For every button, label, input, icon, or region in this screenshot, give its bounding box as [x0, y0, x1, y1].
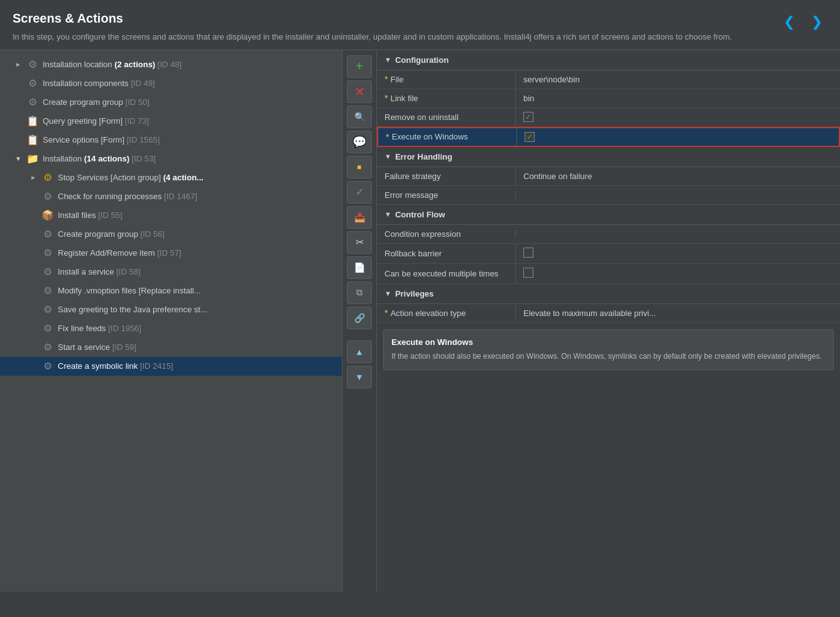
config-row-condition-expression: Condition expression — [377, 225, 840, 244]
config-row-remove-uninstall: Remove on uninstall ✓ — [377, 108, 840, 127]
gear-icon: ⚙ — [41, 341, 54, 354]
required-marker: * — [385, 93, 388, 103]
label-text: File — [390, 75, 403, 84]
folder-gear-icon: ⚙ — [41, 172, 54, 184]
section-header-control-flow: ▼ Control Flow — [377, 205, 840, 225]
action-toolbar: + ✕ 🔍 💬 ▪ ✓ 📥 ✂ 📄 ⧉ 🔗 ▲ ▼ — [342, 50, 377, 592]
section-arrow: ▼ — [385, 153, 391, 160]
label-link-file: * Link file — [377, 89, 515, 107]
page-description: In this step, you configure the screens … — [13, 31, 827, 43]
gear-icon: ⚙ — [26, 58, 39, 71]
expand-arrow: ▼ — [15, 155, 23, 162]
nav-forward-button[interactable]: ❯ — [806, 11, 827, 33]
folder-icon: 📁 — [26, 153, 39, 165]
tree-item-check-running[interactable]: ⚙ Check for running processes [ID 1467] — [0, 187, 342, 206]
tree-item-query-greeting[interactable]: 📋 Query greeting [Form] [ID 73] — [0, 112, 342, 131]
gear-icon: ⚙ — [41, 322, 54, 335]
config-row-execute-windows: * Execute on Windows ✓ — [377, 127, 840, 147]
delete-button[interactable]: ✕ — [347, 80, 372, 103]
tree-item-create-program-group[interactable]: ⚙ Create program group [ID 50] — [0, 93, 342, 112]
gear-icon: ⚙ — [41, 190, 54, 203]
tree-item-fix-line-feeds[interactable]: ⚙ Fix line feeds [ID 1956] — [0, 319, 342, 338]
checkbox-execute-windows[interactable]: ✓ — [525, 132, 535, 142]
value-remove-uninstall[interactable]: ✓ — [515, 108, 840, 126]
value-rollback-barrier[interactable] — [515, 244, 840, 263]
section-title-privileges: Privileges — [395, 289, 434, 298]
tree-item-stop-services[interactable]: ► ⚙ Stop Services [Action group] (4 acti… — [0, 168, 342, 187]
cut-button[interactable]: ✂ — [347, 231, 372, 254]
link-button[interactable]: 🔗 — [347, 307, 372, 329]
info-box-text: If the action should also be executed on… — [391, 351, 826, 362]
tree-item-modify-vmoption[interactable]: ⚙ Modify .vmoption files [Replace instal… — [0, 281, 342, 300]
label-action-elevation: * Action elevation type — [377, 304, 515, 322]
gear-icon: ⚙ — [26, 77, 39, 90]
label-text: Action elevation type — [390, 308, 466, 318]
import-button[interactable]: 📥 — [347, 206, 372, 229]
tree-item-create-symlink[interactable]: ⚙ Create a symbolic link [ID 2415] — [0, 357, 342, 376]
tree-panel: ► ⚙ Installation location (2 actions) [I… — [0, 50, 342, 592]
label-file: * File — [377, 70, 515, 88]
value-execute-windows[interactable]: ✓ — [516, 128, 839, 146]
tree-item-save-greeting[interactable]: ⚙ Save greeting to the Java preference s… — [0, 300, 342, 319]
nav-back-button[interactable]: ❮ — [778, 11, 800, 33]
tree-item-install-location[interactable]: ► ⚙ Installation location (2 actions) [I… — [0, 55, 342, 74]
label-text: Remove on uninstall — [385, 112, 459, 122]
tree-item-register-add-remove[interactable]: ⚙ Register Add/Remove item [ID 57] — [0, 244, 342, 263]
page-title: Screens & Actions — [13, 11, 827, 26]
checkbox-remove-uninstall[interactable]: ✓ — [523, 112, 533, 122]
expand-arrow: ► — [30, 174, 38, 181]
section-arrow: ▼ — [385, 210, 391, 218]
document-button[interactable]: 📄 — [347, 256, 372, 279]
sticky-button[interactable]: ▪ — [347, 156, 372, 178]
value-link-file[interactable]: bin — [515, 90, 840, 107]
section-arrow: ▼ — [385, 56, 391, 63]
tree-item-install-components[interactable]: ⚙ Installation components [ID 49] — [0, 74, 342, 93]
required-marker: * — [386, 132, 389, 142]
add-button[interactable]: + — [347, 55, 372, 78]
info-box: Execute on Windows If the action should … — [383, 329, 834, 370]
form-icon: 📋 — [26, 115, 39, 128]
checkbox-rollback-barrier[interactable] — [523, 248, 533, 258]
tree-item-create-program-group2[interactable]: ⚙ Create program group [ID 56] — [0, 225, 342, 244]
config-row-error-message: Error message — [377, 186, 840, 205]
section-title-error-handling: Error Handling — [395, 152, 452, 161]
value-condition-expression[interactable] — [515, 230, 840, 238]
move-up-button[interactable]: ▲ — [347, 341, 372, 363]
config-panel: ▼ Configuration * File server\node\bin *… — [377, 50, 840, 592]
gear-icon: ⚙ — [41, 285, 54, 297]
tree-item-service-options[interactable]: 📋 Service options [Form] [ID 1565] — [0, 131, 342, 150]
copy-button[interactable]: ⧉ — [347, 281, 372, 304]
value-file[interactable]: server\node\bin — [515, 71, 840, 88]
config-row-file: * File server\node\bin — [377, 70, 840, 89]
value-failure-strategy[interactable]: Continue on failure — [515, 168, 840, 185]
gear-icon: ⚙ — [41, 247, 54, 259]
move-down-button[interactable]: ▼ — [347, 366, 372, 388]
required-marker: * — [385, 308, 388, 318]
form-icon: 📋 — [26, 134, 39, 146]
checkbox-can-execute-multiple[interactable] — [523, 268, 533, 278]
config-row-action-elevation: * Action elevation type Elevate to maxim… — [377, 304, 840, 323]
tree-item-install-files[interactable]: 📦 Install files [ID 55] — [0, 206, 342, 225]
required-marker: * — [385, 74, 388, 84]
tree-item-start-service[interactable]: ⚙ Start a service [ID 59] — [0, 338, 342, 357]
tree-item-install-service[interactable]: ⚙ Install a service [ID 58] — [0, 263, 342, 281]
install-files-icon: 📦 — [41, 209, 54, 222]
label-condition-expression: Condition expression — [377, 226, 515, 243]
section-arrow: ▼ — [385, 290, 391, 297]
navigation-buttons: ❮ ❯ — [778, 11, 827, 33]
search-button[interactable]: 🔍 — [347, 106, 372, 128]
label-text: Condition expression — [385, 229, 461, 239]
config-row-link-file: * Link file bin — [377, 89, 840, 108]
section-header-privileges: ▼ Privileges — [377, 284, 840, 304]
check-button[interactable]: ✓ — [347, 181, 372, 204]
section-title-control-flow: Control Flow — [395, 210, 445, 219]
page-header: Screens & Actions In this step, you conf… — [0, 0, 840, 50]
config-sections: ▼ Configuration * File server\node\bin *… — [377, 50, 840, 592]
main-content: ► ⚙ Installation location (2 actions) [I… — [0, 50, 840, 592]
gear-icon: ⚙ — [41, 266, 54, 278]
value-can-execute-multiple[interactable] — [515, 264, 840, 283]
value-action-elevation[interactable]: Elevate to maximum available privi... — [515, 305, 840, 322]
value-error-message[interactable] — [515, 191, 840, 199]
tree-item-installation[interactable]: ▼ 📁 Installation (14 actions) [ID 53] — [0, 150, 342, 168]
comment-button[interactable]: 💬 — [347, 131, 372, 153]
